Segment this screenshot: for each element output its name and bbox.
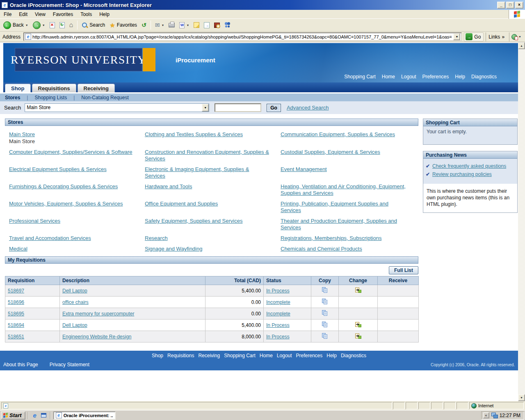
home-button[interactable]: ⌂	[68, 21, 75, 29]
description-link[interactable]: Dell Laptop	[62, 288, 87, 294]
status-link[interactable]: Incomplete	[266, 299, 290, 305]
copy-icon[interactable]	[322, 321, 328, 328]
requisition-link[interactable]: 518694	[8, 322, 24, 328]
menu-edit[interactable]: Edit	[15, 10, 31, 18]
store-category-link[interactable]: Heating, Ventilation and Air Conditionin…	[281, 183, 406, 196]
description-link[interactable]: Engineering Website Re-design	[62, 334, 132, 340]
store-category-link[interactable]: Medical	[9, 246, 27, 252]
requisition-link[interactable]: 518651	[8, 334, 24, 340]
address-dropdown-button[interactable]: ▼	[453, 33, 460, 40]
links-toolbar[interactable]: Links »	[486, 32, 507, 41]
store-category-link[interactable]: Construction and Renovation Equipment, S…	[145, 149, 269, 162]
edit-with-word-button[interactable]: W ▼	[178, 21, 191, 29]
store-category-link[interactable]: Signage and Wayfinding	[145, 246, 202, 252]
messenger-button[interactable]	[223, 21, 233, 29]
refresh-button[interactable]: ↻	[58, 21, 66, 29]
search-go-button[interactable]: Go	[267, 104, 281, 112]
vertical-scrollbar[interactable]: ▲ ▼	[518, 42, 525, 401]
restore-button[interactable]: □	[506, 2, 514, 9]
store-category-link[interactable]: Event Management	[281, 166, 327, 172]
footer-link-help[interactable]: Help	[326, 353, 337, 358]
store-category-link[interactable]: Main Store	[9, 131, 35, 137]
status-link[interactable]: Incomplete	[266, 311, 290, 317]
footer-link-shop[interactable]: Shop	[152, 353, 163, 358]
back-button[interactable]: ← Back ▼	[2, 21, 30, 30]
privacy-statement-link[interactable]: Privacy Statement	[50, 362, 89, 368]
store-category-link[interactable]: Registrations, Memberships, Subscription…	[281, 235, 381, 241]
favorites-button[interactable]: ★ Favorites	[108, 21, 139, 29]
store-category-link[interactable]: Furnishings & Decorating Supplies & Serv…	[9, 183, 118, 189]
requisition-link[interactable]: 518696	[8, 299, 24, 305]
links-chevron-icon[interactable]: »	[502, 34, 504, 40]
edit-dropdown-icon[interactable]: ▼	[186, 24, 189, 27]
store-category-link[interactable]: Theater and Production Equipment, Suppli…	[281, 218, 397, 231]
subnav-item-shopping-lists[interactable]: Shopping Lists	[34, 95, 67, 100]
footer-link-logout[interactable]: Logout	[277, 353, 292, 358]
footer-link-preferences[interactable]: Preferences	[296, 353, 323, 358]
tab-shop[interactable]: Shop	[5, 84, 31, 92]
menu-file[interactable]: File	[0, 10, 15, 18]
mail-dropdown-icon[interactable]: ▼	[162, 24, 164, 27]
minimize-button[interactable]: _	[497, 2, 505, 9]
mail-button[interactable]: ✉ ▼	[153, 21, 166, 29]
change-icon[interactable]	[355, 287, 361, 293]
store-category-link[interactable]: Communication Equipment, Supplies & Serv…	[281, 131, 395, 137]
store-category-link[interactable]: Motor Vehicles, Equipment, Supplies & Se…	[9, 201, 123, 207]
footer-link-requisitions[interactable]: Requisitions	[167, 353, 194, 358]
description-link[interactable]: office chairs	[62, 299, 89, 305]
store-category-link[interactable]: Travel and Accomodation Services	[9, 235, 91, 241]
description-link[interactable]: Extra memory for supercomputer	[62, 311, 134, 317]
menu-tools[interactable]: Tools	[77, 10, 96, 18]
forward-dropdown-icon[interactable]: ▼	[42, 24, 45, 27]
menu-help[interactable]: Help	[96, 10, 113, 18]
select-dropdown-icon[interactable]: ▼	[202, 104, 209, 112]
tab-receiving[interactable]: Receiving	[78, 84, 115, 92]
store-category-link[interactable]: Clothing and Textiles Supplies & Service…	[145, 131, 243, 137]
full-list-button[interactable]: Full List	[389, 266, 418, 274]
extension-dropdown-icon[interactable]: ▼	[518, 35, 521, 38]
advanced-search-link[interactable]: Advanced Search	[287, 105, 329, 111]
topnav-link-preferences[interactable]: Preferences	[422, 74, 449, 80]
requisition-link[interactable]: 518695	[8, 311, 24, 317]
print-button[interactable]	[167, 22, 176, 28]
subnav-item-non-catalog-request[interactable]: Non-Catalog Request	[81, 95, 128, 100]
store-category-link[interactable]: Computer Equipment, Supplies/Services & …	[9, 149, 132, 155]
research-button[interactable]	[212, 22, 221, 29]
scroll-up-icon[interactable]: ▲	[518, 42, 525, 49]
quick-launch-explorer-icon[interactable]	[40, 412, 48, 419]
topnav-link-help[interactable]: Help	[455, 74, 465, 80]
back-dropdown-icon[interactable]: ▼	[25, 24, 28, 27]
change-icon[interactable]	[355, 333, 361, 339]
status-link[interactable]: In Process	[266, 334, 290, 340]
footer-link-home[interactable]: Home	[260, 353, 273, 358]
topnav-link-shopping-cart[interactable]: Shopping Cart	[344, 74, 376, 80]
tray-chevron-icon[interactable]: «	[483, 412, 489, 418]
forward-button[interactable]: → ▼	[31, 21, 47, 30]
store-category-link[interactable]: Custodial Supplies, Equipment & Services	[281, 149, 380, 155]
scroll-down-icon[interactable]: ▼	[518, 394, 525, 401]
go-button[interactable]: → Go	[464, 32, 484, 41]
store-category-link[interactable]: Printing, Publication, Equipment Supplie…	[281, 201, 388, 213]
topnav-link-home[interactable]: Home	[382, 74, 395, 80]
footer-link-diagnostics[interactable]: Diagnostics	[341, 353, 366, 358]
translate-button[interactable]: →	[202, 21, 211, 29]
quick-launch-ie-icon[interactable]: e	[31, 412, 39, 419]
store-select[interactable]: Main Store ▼	[25, 103, 209, 112]
menu-view[interactable]: View	[31, 10, 49, 18]
sticky-note-button[interactable]	[192, 21, 201, 29]
address-input[interactable]: e http://finuweb.admin.ryerson.ca:8007/O…	[23, 32, 462, 41]
store-category-link[interactable]: Electrical Equipment Supplies & Services	[9, 166, 107, 172]
store-category-link[interactable]: Chemicals and Chemical Products	[281, 246, 362, 252]
start-button[interactable]: Start	[1, 411, 25, 420]
store-category-link[interactable]: Safety Equipment, Supplies and Services	[145, 218, 242, 224]
news-link[interactable]: Check frequently asked questions	[432, 163, 506, 169]
close-button[interactable]: ×	[515, 2, 523, 9]
store-category-link[interactable]: Hardware and Tools	[145, 183, 192, 189]
footer-link-shopping-cart[interactable]: Shopping Cart	[224, 353, 256, 358]
topnav-link-diagnostics[interactable]: Diagnostics	[471, 74, 497, 80]
copy-icon[interactable]	[322, 287, 328, 293]
store-category-link[interactable]: Electronic & Imaging Equipment, Supplies…	[145, 166, 249, 179]
browser-extension-button[interactable]: ▼	[509, 32, 523, 41]
copy-icon[interactable]	[322, 310, 328, 316]
store-category-link[interactable]: Professional Services	[9, 218, 60, 224]
